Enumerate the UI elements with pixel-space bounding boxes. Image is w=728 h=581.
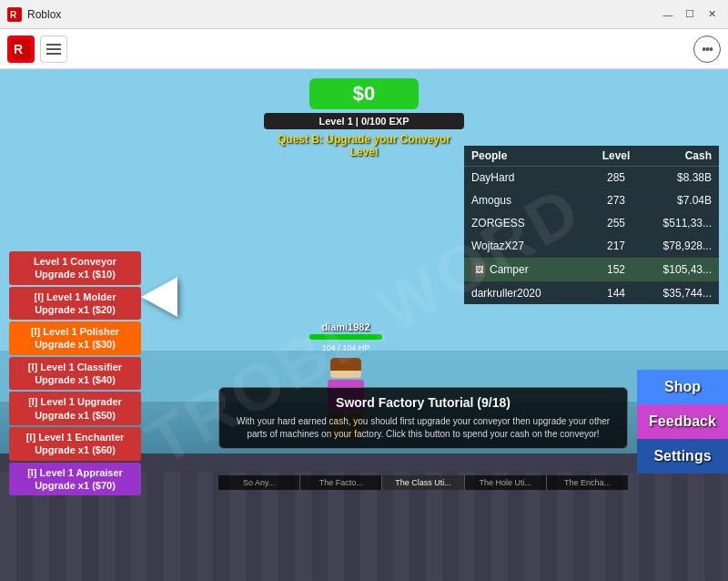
tutorial-tabs: So Any... The Facto... The Class Uti... … <box>218 475 628 490</box>
upgrade-conveyor-button[interactable]: Level 1 ConveyorUpgrade x1 ($10) <box>9 251 141 285</box>
arrow-indicator <box>141 277 177 317</box>
xp-bar: Level 1 | 0/100 EXP <box>264 113 464 129</box>
lb-level-1: 285 <box>593 171 639 184</box>
tutorial-description: With your hard earned cash, you should f… <box>230 415 616 441</box>
lb-name-3: ZORGESS <box>471 217 593 229</box>
character-hp-fill <box>309 334 382 340</box>
tutorial-box: Sword Factory Tutorial (9/18) With your … <box>218 387 628 449</box>
svg-text:R: R <box>10 10 17 20</box>
menu-line-3 <box>46 53 61 55</box>
lb-name-2: Amogus <box>471 194 593 207</box>
tutorial-title: Sword Factory Tutorial (9/18) <box>230 395 616 410</box>
lb-name-4: WojtazX27 <box>471 240 593 252</box>
lb-row-1: DayHard 285 $8.38B <box>464 167 719 189</box>
character-hair <box>330 358 361 371</box>
character-head <box>330 358 361 378</box>
upgrade-classifier-button[interactable]: [I] Level 1 ClassifierUpgrade x1 ($40) <box>9 357 141 391</box>
lb-cash-6: $35,744... <box>639 287 712 300</box>
title-bar: R Roblox — ☐ ✕ <box>0 0 728 29</box>
lb-header-people: People <box>471 149 593 162</box>
lb-row-4: WojtazX27 217 $78,928... <box>464 235 719 258</box>
lb-level-4: 217 <box>593 240 639 252</box>
menu-line-1 <box>46 44 61 46</box>
feedback-button[interactable]: Feedback <box>637 404 728 439</box>
upgrade-buttons: Level 1 ConveyorUpgrade x1 ($10) [I] Lev… <box>9 251 141 495</box>
lb-cash-4: $78,928... <box>639 240 712 252</box>
toolbar: R ••• <box>0 29 728 69</box>
lb-cash-3: $511,33... <box>639 217 712 229</box>
minimize-button[interactable]: — <box>659 6 677 23</box>
tutorial-tab-4[interactable]: The Hole Uti... <box>465 475 547 490</box>
leaderboard: People Level Cash DayHard 285 $8.38B Amo… <box>464 146 719 304</box>
tutorial-tab-1[interactable]: So Any... <box>218 475 300 490</box>
roblox-logo: R <box>7 36 35 63</box>
leaderboard-header: People Level Cash <box>464 146 719 167</box>
lb-cash-1: $8.38B <box>639 171 712 184</box>
xp-bar-text: Level 1 | 0/100 EXP <box>264 113 464 129</box>
svg-text:R: R <box>14 42 23 56</box>
window-title: Roblox <box>27 8 61 21</box>
cash-amount: $0 <box>309 78 419 109</box>
menu-button[interactable] <box>40 36 67 63</box>
window-controls: — ☐ ✕ <box>659 6 721 23</box>
more-options-button[interactable]: ••• <box>693 36 721 63</box>
shop-button[interactable]: Shop <box>637 370 728 404</box>
tutorial-tab-3[interactable]: The Class Uti... <box>382 475 464 490</box>
lb-header-cash: Cash <box>639 149 712 162</box>
lb-row-5: 🖼 Camper 152 $105,43... <box>464 258 719 282</box>
close-button[interactable]: ✕ <box>703 6 721 23</box>
character-name: diami1982 <box>321 321 369 332</box>
tutorial-tab-2[interactable]: The Facto... <box>300 475 382 490</box>
tutorial-tab-5[interactable]: The Encha... <box>547 475 628 490</box>
roblox-icon: R <box>7 7 22 22</box>
lb-name-5: 🖼 Camper <box>471 262 593 277</box>
cash-display: $0 Level 1 | 0/100 EXP Quest B: Upgrade … <box>264 78 464 158</box>
lb-level-2: 273 <box>593 194 639 207</box>
lb-level-6: 144 <box>593 287 639 300</box>
lb-level-3: 255 <box>593 217 639 229</box>
menu-line-2 <box>46 48 61 50</box>
maximize-button[interactable]: ☐ <box>681 6 699 23</box>
lb-name-6: darkruller2020 <box>471 287 593 300</box>
upgrade-upgrader-button[interactable]: [I] Level 1 UpgraderUpgrade x1 ($50) <box>9 392 141 425</box>
quest-text: Quest B: Upgrade your Conveyor Level <box>264 133 464 158</box>
settings-button[interactable]: Settings <box>637 439 728 474</box>
side-buttons: Shop Feedback Settings <box>637 370 728 474</box>
lb-row-2: Amogus 273 $7.04B <box>464 189 719 212</box>
lb-cash-2: $7.04B <box>639 194 712 207</box>
upgrade-molder-button[interactable]: [I] Level 1 MolderUpgrade x1 ($20) <box>9 287 141 321</box>
upgrade-appraiser-button[interactable]: [I] Level 1 AppraiserUpgrade x1 ($70) <box>9 463 141 496</box>
lb-row-6: darkruller2020 144 $35,744... <box>464 282 719 304</box>
upgrade-polisher-button[interactable]: [I] Level 1 PolisherUpgrade x1 ($30) <box>9 321 141 355</box>
lb-header-level: Level <box>593 149 639 162</box>
lb-name-1: DayHard <box>471 171 593 184</box>
lb-icon-5: 🖼 <box>471 262 486 277</box>
character-hp-text: 104 / 104 HP <box>322 343 370 352</box>
lb-level-5: 152 <box>593 263 639 276</box>
upgrade-enchanter-button[interactable]: [I] Level 1 EnchanterUpgrade x1 ($60) <box>9 427 141 461</box>
title-bar-left: R Roblox <box>7 7 61 22</box>
game-viewport: TROBL.WORD $0 Level 1 | 0/100 EXP Quest … <box>0 69 728 581</box>
character-hp-bar <box>309 334 382 340</box>
lb-cash-5: $105,43... <box>639 263 712 276</box>
lb-row-3: ZORGESS 255 $511,33... <box>464 212 719 235</box>
